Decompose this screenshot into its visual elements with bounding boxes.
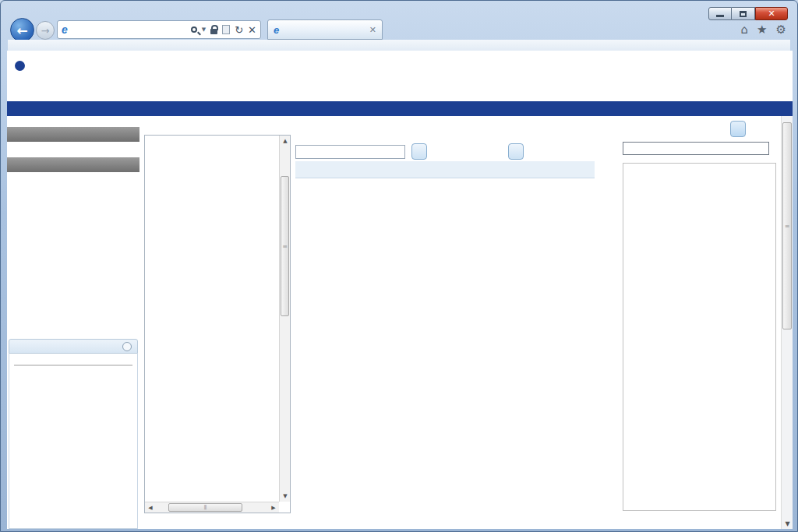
tree-vertical-scrollbar[interactable]: ▲ ≡ ▼ [279, 136, 290, 502]
col-geraet[interactable] [295, 161, 334, 178]
details-panel [623, 163, 776, 511]
main-navigation [7, 101, 793, 116]
logo-dot-icon [15, 61, 25, 71]
tree-scroll-thumb[interactable]: ≡ [281, 176, 289, 316]
settings-gear-icon[interactable]: ⚙ [776, 23, 786, 37]
browser-tab[interactable]: e ✕ [267, 19, 383, 40]
refresh-icon[interactable]: ↻ [235, 25, 243, 35]
maximize-icon [740, 11, 747, 17]
browser-window: ✕ ← → e ▼ ↻ ✕ e ✕ ⌂ ★ ⚙ [0, 0, 798, 532]
maximize-button[interactable] [732, 7, 755, 20]
legend-panel [9, 339, 138, 529]
browser-back-button[interactable]: ← [10, 18, 34, 42]
folder-tree: ▲ ≡ ▼ ◀ ⦀ ▶ [144, 135, 291, 513]
chevron-down-icon[interactable]: ▼ [202, 26, 206, 33]
menu-strip [8, 40, 790, 51]
filter-by-filename-button[interactable] [411, 143, 427, 160]
scroll-left-icon[interactable]: ◀ [145, 502, 156, 513]
address-bar[interactable]: e ▼ ↻ ✕ [57, 20, 261, 39]
tree-hscroll-thumb[interactable]: ⦀ [168, 503, 242, 512]
filename-filter-input[interactable] [295, 145, 405, 159]
search-icon[interactable] [191, 26, 197, 33]
sidebar [7, 116, 139, 529]
window-controls: ✕ [708, 7, 788, 20]
devices-header [7, 127, 139, 142]
home-icon[interactable]: ⌂ [741, 23, 749, 37]
col-server[interactable] [334, 161, 377, 178]
close-button[interactable]: ✕ [755, 7, 788, 20]
files-table [295, 161, 595, 178]
col-name[interactable] [377, 161, 485, 178]
show-all-button[interactable] [508, 143, 524, 160]
minimize-icon [716, 15, 724, 17]
col-sync-datum[interactable] [538, 161, 595, 178]
deactivate-button[interactable] [730, 121, 746, 137]
webdevices-page: ▲ ≡ ▼ ◀ ⦀ ▶ [7, 51, 793, 529]
favorites-star-icon[interactable]: ★ [757, 23, 767, 37]
tree-horizontal-scrollbar[interactable]: ◀ ⦀ ▶ [145, 502, 279, 513]
scroll-right-icon[interactable]: ▶ [268, 502, 279, 513]
page-scrollbar[interactable]: ≡ ▼ [781, 116, 793, 529]
collapse-icon[interactable] [122, 342, 132, 351]
scroll-up-icon[interactable]: ▲ [280, 136, 291, 146]
stop-icon[interactable]: ✕ [248, 25, 256, 35]
page-scroll-thumb[interactable]: ≡ [782, 122, 792, 329]
scroll-down-icon[interactable]: ▼ [280, 491, 291, 502]
tab-close-icon[interactable]: ✕ [369, 25, 376, 35]
lock-icon [210, 29, 217, 34]
functions-header [7, 157, 139, 172]
ie-icon: e [62, 23, 68, 36]
minimize-button[interactable] [708, 7, 732, 20]
col-groesse[interactable] [485, 161, 538, 178]
ie-icon: e [274, 24, 279, 36]
browser-forward-button[interactable]: → [36, 21, 55, 40]
compatibility-view-icon[interactable] [222, 25, 230, 34]
imc-logo [13, 52, 192, 99]
scroll-down-icon[interactable]: ▼ [782, 520, 793, 527]
search-input[interactable] [623, 142, 769, 155]
close-icon: ✕ [768, 9, 775, 19]
